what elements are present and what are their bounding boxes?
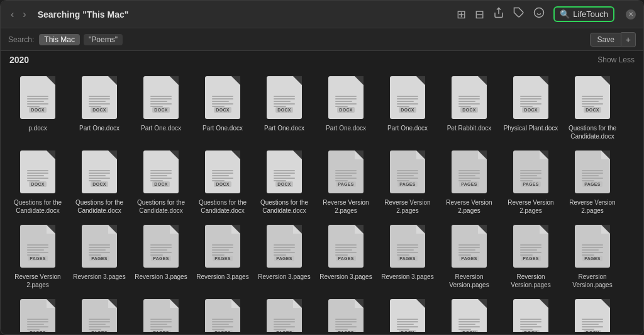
file-icon: DOCX bbox=[78, 148, 121, 196]
doc-line bbox=[27, 319, 48, 320]
file-item[interactable]: DOCX Part One.docx bbox=[253, 70, 315, 144]
file-item[interactable]: PAGES Reverse Version 2.pages bbox=[500, 144, 562, 219]
clear-search-button[interactable]: ✕ bbox=[626, 9, 636, 20]
file-name: Reversion 3.pages bbox=[196, 273, 248, 281]
doc-line bbox=[274, 175, 291, 176]
doc-line bbox=[520, 175, 537, 176]
file-name: Part One.docx bbox=[79, 124, 119, 132]
view-icon-grid[interactable]: ⊞ bbox=[457, 8, 466, 21]
doc-line bbox=[520, 98, 541, 99]
file-item[interactable]: PAGES Reverse Version 2.pages bbox=[562, 144, 623, 219]
file-item[interactable]: DOCX p.docx bbox=[7, 70, 69, 144]
file-item[interactable]: PAGES Reversion Version.pages bbox=[315, 293, 377, 332]
doc-lines bbox=[148, 319, 174, 330]
file-item[interactable]: PAGES Reversion Version.pages bbox=[69, 293, 130, 332]
file-item[interactable]: DOCX Pet Rabbit.docx bbox=[438, 70, 500, 144]
file-item[interactable]: DOCX Part One.docx bbox=[377, 70, 438, 144]
file-item[interactable]: PAGES Reversion Version.pages bbox=[438, 219, 500, 293]
doc-line bbox=[27, 321, 48, 322]
doc-shape: DOCX bbox=[390, 299, 425, 332]
doc-line bbox=[212, 173, 233, 174]
file-item[interactable]: DOCX Questions for the Candidate.docx bbox=[253, 144, 315, 219]
doc-line bbox=[335, 170, 357, 171]
doc-badge: PAGES bbox=[459, 256, 479, 261]
file-item[interactable]: PAGES Reverse Version 2.pages bbox=[438, 144, 500, 219]
file-item[interactable]: PAGES Reverse Version 2.pages bbox=[377, 144, 438, 219]
filter-poems[interactable]: "Poems" bbox=[84, 34, 123, 45]
file-item[interactable]: PAGES Reversion 3.pages bbox=[253, 219, 315, 293]
doc-line bbox=[582, 321, 603, 322]
file-item[interactable]: DOCX Shame.docx bbox=[377, 293, 438, 332]
file-item[interactable]: PAGES Reversion 3.pages bbox=[377, 219, 438, 293]
doc-shape: DOCX bbox=[452, 76, 487, 119]
tag-icon[interactable] bbox=[513, 7, 525, 21]
doc-line bbox=[458, 324, 475, 325]
file-item[interactable]: DOCX Physical Plant.docx bbox=[500, 70, 562, 144]
doc-line bbox=[150, 173, 172, 174]
file-item[interactable]: DOCX Part One.docx bbox=[192, 70, 253, 144]
file-item[interactable]: DOCX Shame.docx bbox=[438, 293, 500, 332]
filter-this-mac[interactable]: This Mac bbox=[39, 34, 80, 45]
save-button[interactable]: Save bbox=[590, 33, 621, 47]
doc-lines bbox=[518, 96, 544, 107]
doc-badge: DOCX bbox=[522, 330, 539, 332]
show-less-button[interactable]: Show Less bbox=[597, 55, 635, 64]
file-icon: PAGES bbox=[16, 222, 59, 270]
view-icon-list[interactable]: ⊟ bbox=[475, 8, 484, 21]
doc-line bbox=[150, 103, 172, 105]
doc-line bbox=[27, 101, 44, 102]
doc-badge: PAGES bbox=[459, 181, 479, 187]
doc-line bbox=[89, 247, 110, 248]
svg-point-2 bbox=[535, 8, 544, 18]
file-item[interactable]: PAGES Reversion Version.pages bbox=[500, 219, 562, 293]
file-item[interactable]: PAGES Reversion Version.pages bbox=[130, 293, 192, 332]
file-icon: PAGES bbox=[448, 222, 491, 270]
file-icon: DOCX bbox=[16, 148, 59, 196]
file-item[interactable]: PAGES Reverse Version 2.pages bbox=[7, 219, 69, 293]
doc-shape: DOCX bbox=[205, 76, 240, 119]
file-icon: PAGES bbox=[201, 222, 244, 270]
doc-line bbox=[582, 324, 599, 325]
doc-shape: PAGES bbox=[267, 225, 302, 268]
forward-button[interactable]: › bbox=[20, 8, 28, 21]
file-item[interactable]: DOCX Questions for the Candidate.docx bbox=[7, 144, 69, 219]
doc-badge: DOCX bbox=[399, 107, 416, 113]
file-item[interactable]: PAGES Reversion 3.pages bbox=[315, 219, 377, 293]
file-item[interactable]: DOCX Shame.docx bbox=[500, 293, 562, 332]
file-item[interactable]: DOCX Part One.docx bbox=[315, 70, 377, 144]
doc-shape: PAGES bbox=[205, 225, 240, 268]
file-icon: DOCX bbox=[263, 148, 306, 196]
back-button[interactable]: ‹ bbox=[8, 8, 16, 21]
file-icon: PAGES bbox=[325, 148, 367, 196]
share-icon[interactable] bbox=[493, 7, 504, 21]
emoji-icon[interactable] bbox=[533, 7, 545, 21]
file-icon: DOCX bbox=[201, 74, 244, 122]
file-item[interactable]: PAGES Reversion 3.pages bbox=[130, 219, 192, 293]
file-item[interactable]: DOCX Part One.docx bbox=[69, 70, 130, 144]
file-item[interactable]: PAGES Reversion Version.pages bbox=[562, 219, 623, 293]
file-item[interactable]: DOCX Shame.docx bbox=[562, 293, 623, 332]
doc-line bbox=[27, 170, 48, 171]
file-item[interactable]: DOCX Questions for the Candidate.docx bbox=[69, 144, 130, 219]
doc-line bbox=[458, 178, 480, 179]
file-item[interactable]: DOCX Questions for the Candidate.docx bbox=[192, 144, 253, 219]
search-bar[interactable]: 🔍 LifeTouch bbox=[553, 6, 614, 22]
file-item[interactable]: PAGES Reversion 3.pages bbox=[192, 219, 253, 293]
doc-line bbox=[520, 249, 537, 251]
file-name: Questions for the Candidate.docx bbox=[9, 198, 66, 215]
file-icon: DOCX bbox=[571, 297, 614, 332]
doc-line bbox=[150, 175, 167, 176]
file-item[interactable]: DOCX Questions for the Candidate.docx bbox=[130, 144, 192, 219]
file-item[interactable]: PAGES Reversion Version.pages bbox=[7, 293, 69, 332]
save-plus-button[interactable]: + bbox=[621, 32, 636, 47]
file-grid: DOCX p.docx DOCX Part One.docx bbox=[1, 67, 643, 332]
file-item[interactable]: PAGES Reverse Version 2.pages bbox=[315, 144, 377, 219]
doc-line bbox=[335, 244, 357, 246]
file-item[interactable]: PAGES Reversion 3.pages bbox=[69, 219, 130, 293]
file-icon: PAGES bbox=[325, 297, 367, 332]
file-item[interactable]: DOCX Questions for the Candidate.docx bbox=[562, 70, 623, 144]
file-icon: DOCX bbox=[140, 148, 182, 196]
file-item[interactable]: PAGES Reversion Version.pages bbox=[192, 293, 253, 332]
file-item[interactable]: DOCX Part One.docx bbox=[130, 70, 192, 144]
file-item[interactable]: PAGES Reversion Version.pages bbox=[253, 293, 315, 332]
